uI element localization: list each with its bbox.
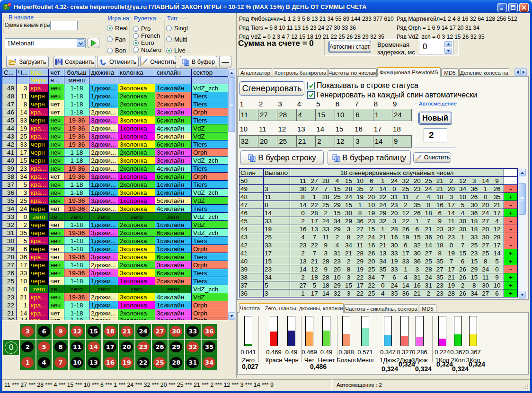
board-cell-15[interactable]: 15 — [86, 324, 102, 339]
spins-scrollbar-thumb[interactable] — [519, 183, 526, 215]
history-row-33[interactable]: 330zeroze...zerozerozerozeroVdZ_zch — [2, 213, 228, 221]
board-cell-25[interactable]: 25 — [152, 355, 168, 370]
history-header-cell[interactable] — [89, 77, 118, 84]
radio-pro[interactable]: Pro — [133, 26, 151, 32]
board-cell-20[interactable]: 20 — [119, 340, 134, 355]
board-cell-26[interactable]: 26 — [152, 340, 168, 355]
gen-value-cell[interactable]: 32 — [239, 135, 258, 148]
board-cell-32[interactable]: 32 — [185, 340, 201, 355]
board-cell-17[interactable]: 17 — [103, 340, 118, 355]
board-cell-13[interactable]: 13 — [86, 355, 102, 370]
history-row-32[interactable]: 322чернчет1-181дюжи...2колонка1сиклайнVd… — [2, 221, 228, 229]
tab-main-3[interactable]: Функционал PsevdoMS — [377, 67, 441, 77]
scroll-down-icon[interactable] — [519, 291, 526, 298]
board-cell-24[interactable]: 24 — [135, 324, 151, 339]
history-row-48[interactable]: 4811черннеч1-181дюжи...2колонка2сиклайнT… — [2, 92, 228, 100]
board-cell-6[interactable]: 6 — [36, 324, 52, 339]
history-header-cell[interactable]: сектор — [191, 69, 228, 77]
copy-row-button[interactable]: В буфер строку — [240, 150, 324, 165]
board-cell-28[interactable]: 28 — [168, 355, 184, 370]
history-row-43[interactable]: 4325кра...неч19-363дюжи...1колонка5сикла… — [2, 132, 228, 140]
radio-real[interactable]: Real — [107, 25, 128, 31]
gen-value-cell[interactable]: 10 — [335, 109, 354, 121]
tab-freq-0[interactable]: Частота - Zero, шансы, дюжины, колонки — [239, 303, 344, 313]
spins-table-scrollbar[interactable] — [518, 168, 526, 299]
spins-row-50[interactable]: 50112728415106124322025212123149 — [239, 177, 518, 185]
delay-spin-up-icon[interactable] — [444, 41, 452, 47]
collapse-button[interactable]: — — [219, 56, 231, 68]
spins-row-49[interactable]: 49330277152835214025232421203436126- — [239, 185, 518, 193]
new-button[interactable]: Новый — [418, 112, 452, 125]
start-sum-input[interactable] — [50, 21, 78, 30]
history-header-cell[interactable]: чет — [49, 69, 64, 77]
board-cell-8[interactable]: 8 — [53, 340, 69, 355]
minimize-button[interactable] — [497, 3, 507, 12]
undo-button[interactable]: Отменить — [97, 56, 139, 68]
gen-value-cell[interactable]: 4 — [296, 109, 316, 121]
history-header-cell[interactable]: дюжина — [89, 69, 118, 77]
generate-button[interactable]: Сгенерировать — [239, 81, 304, 96]
history-row-39[interactable]: 3923кра...неч19-362дюжи...2колонка4сикла… — [2, 165, 228, 173]
board-cell-29[interactable]: 29 — [168, 340, 184, 355]
gen-value-cell[interactable]: 24 — [392, 109, 411, 121]
board-cell-2[interactable]: 2 — [20, 340, 35, 355]
tab-freq-1[interactable]: Частота - сиклайны, сектора — [344, 304, 418, 313]
spins-row-39[interactable]: 39231412920819253533132827172629240- — [239, 265, 518, 273]
tab-main-0[interactable]: Анализатор — [239, 68, 272, 77]
board-cell-1[interactable]: 1 — [20, 355, 35, 370]
history-row-31[interactable]: 3135черннеч19-363дюжи...2колонка6сиклайн… — [2, 229, 228, 237]
history-row-28[interactable]: 2836кра...чет19-363дюжи...3колонка6сикла… — [2, 253, 228, 261]
radio-french[interactable]: French — [133, 33, 160, 39]
board-cell-7[interactable]: 7 — [53, 355, 69, 370]
board-cell-4[interactable]: 4 — [36, 355, 52, 370]
history-row-34[interactable]: 3424чернчет19-362дюжи...3колонка4сиклайн… — [2, 205, 228, 213]
history-row-23[interactable]: 2321кра...неч19-362дюжи...3колонка4сикла… — [2, 293, 228, 301]
history-row-24[interactable]: 240zeroze...zerozerozerozeroVdZ_zch — [2, 285, 228, 293]
history-header-cell[interactable] — [118, 77, 155, 84]
copy-buffer-button[interactable]: В буфер — [180, 56, 217, 68]
history-row-29[interactable]: 296чернчет1-181дюжи...3колонка1сиклайнOr… — [2, 245, 228, 253]
spins-row-42[interactable]: 42332322943411162130632141807252717- — [239, 241, 518, 249]
resize-grip[interactable] — [523, 384, 530, 391]
history-row-22[interactable]: 221кра...неч1-181дюжи...1колонка1сиклайн… — [2, 301, 228, 309]
tab-main-5[interactable]: Деление колеса на — [459, 68, 509, 77]
history-row-47[interactable]: 478чернчет1-181дюжи...2колонка2сиклайнTi… — [2, 100, 228, 108]
history-header-cell[interactable]: колонка — [118, 69, 155, 77]
board-cell-36[interactable]: 36 — [202, 324, 217, 339]
generator-clear-button[interactable]: Очистить — [413, 152, 451, 163]
spins-row-38[interactable]: 3834218281032234764312435212615119+ — [239, 273, 518, 281]
board-cell-35[interactable]: 35 — [202, 340, 217, 355]
play-button[interactable] — [88, 38, 99, 48]
gen-value-cell[interactable]: 27 — [258, 109, 277, 121]
spins-header-spin[interactable]: Спин — [239, 169, 264, 177]
history-row-41[interactable]: 4117черннеч1-182дюжи...2колонка3сиклайнO… — [2, 148, 228, 157]
history-row-42[interactable]: 4233черннеч19-363дюжи...3колонка6сиклайн… — [2, 140, 228, 148]
board-cell-0[interactable]: 0 — [3, 340, 19, 355]
autoshift-input[interactable]: 2 — [424, 128, 447, 142]
scroll-up-icon[interactable] — [228, 69, 235, 77]
board-cell-22[interactable]: 22 — [135, 355, 151, 370]
history-table-scrollbar[interactable] — [228, 69, 236, 320]
history-row-27[interactable]: 2717черннеч1-182дюжи...2колонка3сиклайнO… — [2, 261, 228, 269]
tab-main-1[interactable]: Контроль банкролла — [273, 68, 328, 77]
board-cell-27[interactable]: 27 — [152, 324, 168, 339]
board-cell-33[interactable]: 33 — [185, 324, 201, 339]
board-cell-30[interactable]: 30 — [168, 324, 184, 339]
board-cell-3[interactable]: 3 — [20, 324, 35, 339]
history-row-38[interactable]: 3834кра...чет19-363дюжи...1колонка6сикла… — [2, 173, 228, 181]
board-cell-5[interactable]: 5 — [36, 340, 52, 355]
board-cell-12[interactable]: 12 — [70, 324, 85, 339]
clear-button[interactable]: Очистить — [140, 56, 176, 68]
autospin-button[interactable]: Автоспин старт — [328, 41, 371, 53]
spins-header-mark[interactable] — [504, 169, 518, 177]
preset-combobox[interactable]: 1Melonati — [5, 38, 86, 48]
board-cell-14[interactable]: 14 — [86, 340, 102, 355]
history-row-49[interactable]: 493кра...неч1-181дюжи...3колонка1сиклайн… — [2, 84, 228, 92]
radio-nozero[interactable]: NoZero — [133, 47, 161, 53]
history-header-cell[interactable]: Кра... — [29, 69, 49, 77]
board-cell-21[interactable]: 21 — [119, 324, 134, 339]
history-header-cell[interactable]: больш — [64, 69, 89, 77]
history-header-cell[interactable]: н... — [49, 77, 64, 84]
board-cell-31[interactable]: 31 — [185, 355, 201, 370]
history-header-cell[interactable]: С... — [2, 69, 17, 77]
